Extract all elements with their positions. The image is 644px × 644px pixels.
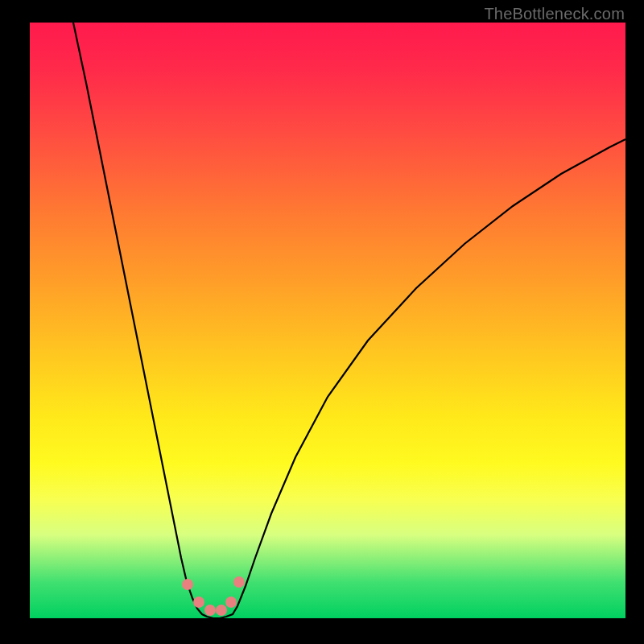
attribution-text: TheBottleneck.com — [484, 5, 625, 23]
trough-dot — [193, 597, 204, 608]
curve-path — [73, 23, 625, 618]
trough-dot — [216, 605, 227, 616]
trough-dot — [225, 597, 237, 608]
trough-dot — [182, 579, 193, 590]
trough-dot — [233, 576, 245, 588]
trough-dot — [204, 605, 216, 616]
bottleneck-curve — [30, 23, 625, 618]
